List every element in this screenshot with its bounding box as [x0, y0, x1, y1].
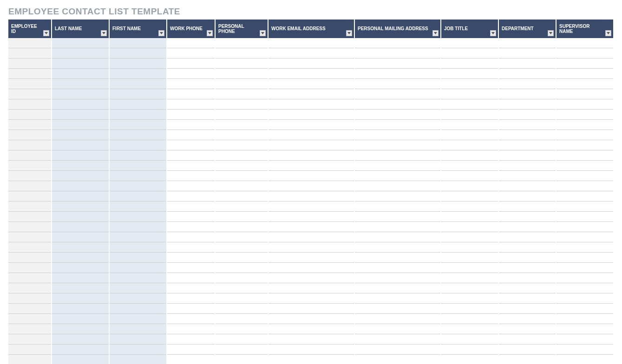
table-cell[interactable]	[110, 171, 166, 181]
table-cell[interactable]	[8, 344, 51, 355]
table-cell[interactable]	[499, 242, 556, 253]
table-cell[interactable]	[499, 273, 556, 283]
table-cell[interactable]	[268, 58, 354, 69]
table-cell[interactable]	[167, 324, 215, 334]
table-cell[interactable]	[216, 222, 268, 232]
table-cell[interactable]	[355, 304, 440, 314]
table-cell[interactable]	[110, 99, 166, 110]
table-cell[interactable]	[268, 181, 354, 191]
table-cell[interactable]	[355, 222, 440, 232]
table-cell[interactable]	[557, 253, 613, 263]
table-cell[interactable]	[441, 181, 498, 191]
table-cell[interactable]	[216, 48, 268, 58]
filter-dropdown-icon[interactable]	[490, 30, 496, 36]
table-cell[interactable]	[499, 263, 556, 273]
table-cell[interactable]	[8, 69, 51, 79]
table-cell[interactable]	[167, 140, 215, 150]
table-cell[interactable]	[499, 283, 556, 293]
col-header-work-phone[interactable]: WORK PHONE	[167, 20, 215, 38]
table-cell[interactable]	[268, 161, 354, 171]
table-cell[interactable]	[557, 89, 613, 99]
table-cell[interactable]	[557, 150, 613, 161]
table-cell[interactable]	[167, 334, 215, 344]
table-cell[interactable]	[355, 232, 440, 242]
table-cell[interactable]	[52, 171, 109, 181]
table-cell[interactable]	[355, 58, 440, 69]
table-cell[interactable]	[355, 181, 440, 191]
table-cell[interactable]	[441, 314, 498, 324]
table-cell[interactable]	[557, 191, 613, 202]
table-cell[interactable]	[499, 69, 556, 79]
col-header-first-name[interactable]: FIRST NAME	[110, 20, 166, 38]
table-cell[interactable]	[441, 110, 498, 120]
table-cell[interactable]	[268, 263, 354, 273]
table-cell[interactable]	[216, 263, 268, 273]
filter-dropdown-icon[interactable]	[260, 30, 266, 36]
table-cell[interactable]	[167, 222, 215, 232]
table-cell[interactable]	[167, 232, 215, 242]
table-cell[interactable]	[355, 110, 440, 120]
table-cell[interactable]	[52, 191, 109, 202]
table-cell[interactable]	[268, 69, 354, 79]
col-header-employee-id[interactable]: EMPLOYEE ID	[8, 20, 51, 38]
table-cell[interactable]	[557, 99, 613, 110]
table-cell[interactable]	[499, 222, 556, 232]
filter-dropdown-icon[interactable]	[605, 30, 611, 36]
table-cell[interactable]	[557, 48, 613, 58]
table-cell[interactable]	[8, 253, 51, 263]
table-cell[interactable]	[52, 58, 109, 69]
table-cell[interactable]	[441, 161, 498, 171]
table-cell[interactable]	[355, 161, 440, 171]
table-cell[interactable]	[8, 58, 51, 69]
table-cell[interactable]	[52, 48, 109, 58]
table-cell[interactable]	[167, 110, 215, 120]
table-cell[interactable]	[441, 242, 498, 253]
col-header-personal-phone[interactable]: PERSONAL PHONE	[216, 20, 268, 38]
table-cell[interactable]	[216, 120, 268, 130]
table-cell[interactable]	[557, 38, 613, 48]
table-cell[interactable]	[557, 304, 613, 314]
table-cell[interactable]	[441, 273, 498, 283]
table-cell[interactable]	[52, 293, 109, 304]
table-cell[interactable]	[216, 242, 268, 253]
table-cell[interactable]	[52, 38, 109, 48]
table-cell[interactable]	[216, 150, 268, 161]
table-cell[interactable]	[355, 120, 440, 130]
table-cell[interactable]	[441, 171, 498, 181]
table-cell[interactable]	[557, 324, 613, 334]
table-cell[interactable]	[8, 79, 51, 89]
table-cell[interactable]	[499, 304, 556, 314]
table-cell[interactable]	[8, 263, 51, 273]
table-cell[interactable]	[499, 334, 556, 344]
table-cell[interactable]	[355, 38, 440, 48]
table-cell[interactable]	[110, 355, 166, 364]
table-cell[interactable]	[268, 344, 354, 355]
table-cell[interactable]	[557, 130, 613, 140]
table-cell[interactable]	[8, 324, 51, 334]
table-cell[interactable]	[52, 140, 109, 150]
table-cell[interactable]	[52, 344, 109, 355]
table-cell[interactable]	[268, 355, 354, 364]
table-cell[interactable]	[441, 263, 498, 273]
table-cell[interactable]	[441, 130, 498, 140]
table-cell[interactable]	[557, 140, 613, 150]
table-cell[interactable]	[52, 222, 109, 232]
table-cell[interactable]	[110, 110, 166, 120]
table-cell[interactable]	[499, 48, 556, 58]
table-cell[interactable]	[557, 69, 613, 79]
table-cell[interactable]	[441, 150, 498, 161]
table-cell[interactable]	[52, 324, 109, 334]
table-cell[interactable]	[268, 293, 354, 304]
table-cell[interactable]	[355, 273, 440, 283]
table-cell[interactable]	[167, 69, 215, 79]
table-cell[interactable]	[355, 171, 440, 181]
table-cell[interactable]	[355, 212, 440, 222]
table-cell[interactable]	[216, 99, 268, 110]
table-cell[interactable]	[268, 314, 354, 324]
table-cell[interactable]	[499, 171, 556, 181]
table-cell[interactable]	[167, 99, 215, 110]
table-cell[interactable]	[499, 293, 556, 304]
table-cell[interactable]	[441, 232, 498, 242]
table-cell[interactable]	[441, 344, 498, 355]
table-cell[interactable]	[216, 110, 268, 120]
